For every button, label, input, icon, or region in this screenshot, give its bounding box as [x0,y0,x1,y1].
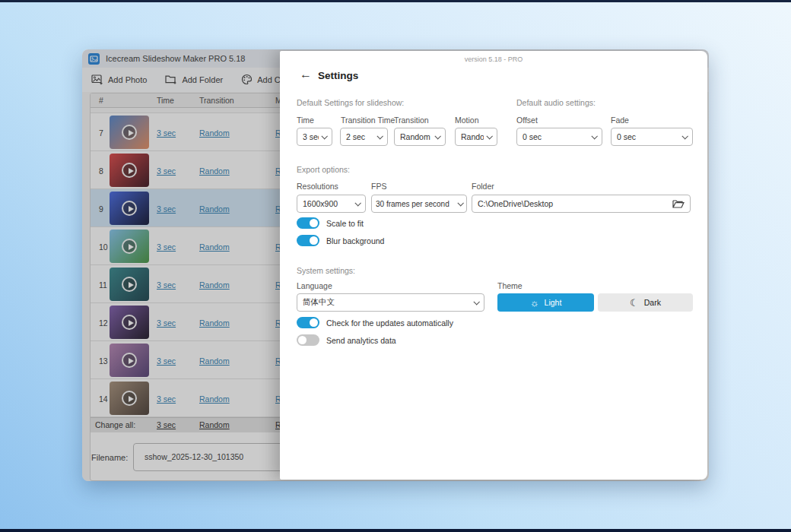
blur-background-label: Blur background [326,236,384,245]
theme-label: Theme [497,281,523,290]
audio-section-label: Default audio settings: [516,98,596,107]
theme-dark-button[interactable]: ☾ Dark [598,293,693,312]
offset-label: Offset [516,116,538,125]
desktop-background: Icecream Slideshow Maker PRO 5.18 Add Ph… [0,0,791,532]
offset-select[interactable]: 0 sec [516,128,602,146]
chevron-down-icon [376,133,383,139]
system-section-label: System settings: [297,266,355,275]
export-section-label: Export options: [297,165,350,174]
analytics-row: Send analytics data [297,334,396,346]
resolutions-label: Resolutions [297,182,338,191]
fade-label: Fade [611,116,629,125]
transition-label: Transition [394,116,429,125]
chevron-down-icon [457,200,463,206]
theme-light-button[interactable]: ☼ Light [497,293,594,312]
theme-dark-label: Dark [644,298,661,307]
analytics-toggle[interactable] [297,334,319,346]
app-window: Icecream Slideshow Maker PRO 5.18 Add Ph… [82,49,709,481]
chevron-down-icon [681,133,688,139]
browse-folder-icon[interactable] [672,199,685,209]
check-updates-toggle[interactable] [297,317,319,328]
check-updates-label: Check for the updates automatically [326,318,453,328]
version-label: version 5.18 - PRO [280,55,707,63]
blur-background-toggle[interactable] [297,235,319,246]
analytics-label: Send analytics data [326,336,396,345]
motion-label: Motion [455,116,479,125]
check-updates-row: Check for the updates automatically [297,317,453,328]
transition-select[interactable]: Random [394,128,446,146]
sun-icon: ☼ [530,298,539,308]
chevron-down-icon [321,133,327,139]
language-label: Language [297,281,332,290]
motion-select[interactable]: Random [455,128,497,146]
chevron-down-icon [473,299,479,305]
scale-to-fit-label: Scale to fit [326,219,364,228]
chevron-down-icon [591,133,597,139]
fps-label: FPS [371,182,386,191]
back-arrow-icon[interactable]: ← [300,68,312,81]
resolutions-select[interactable]: 1600x900 [297,195,366,213]
chevron-down-icon [486,133,492,139]
fade-select[interactable]: 0 sec [611,128,693,146]
scale-to-fit-toggle[interactable] [297,217,319,229]
time-select[interactable]: 3 sec [297,128,332,146]
scale-to-fit-row: Scale to fit [297,217,364,229]
screen-bottom-edge [0,529,791,532]
blur-background-row: Blur background [297,235,384,246]
folder-label: Folder [472,182,494,191]
settings-panel: version 5.18 - PRO ← Settings Default Se… [280,51,707,480]
settings-title: Settings [318,70,358,81]
screen-top-edge [0,0,791,2]
folder-path-value: C:\OneDrive\Desktop [478,199,553,208]
moon-icon: ☾ [630,298,639,308]
theme-light-label: Light [545,298,562,307]
time-label: Time [297,116,314,125]
transition-time-label: Transition Time [341,116,395,125]
chevron-down-icon [354,200,361,206]
language-select[interactable]: 简体中文 [297,293,484,312]
chevron-down-icon [434,133,440,139]
folder-path-field[interactable]: C:\OneDrive\Desktop [472,195,691,213]
fps-select[interactable]: 30 frames per second [371,195,467,213]
transition-time-select[interactable]: 2 sec [340,128,388,146]
slideshow-section-label: Default Settings for slideshow: [297,98,404,107]
